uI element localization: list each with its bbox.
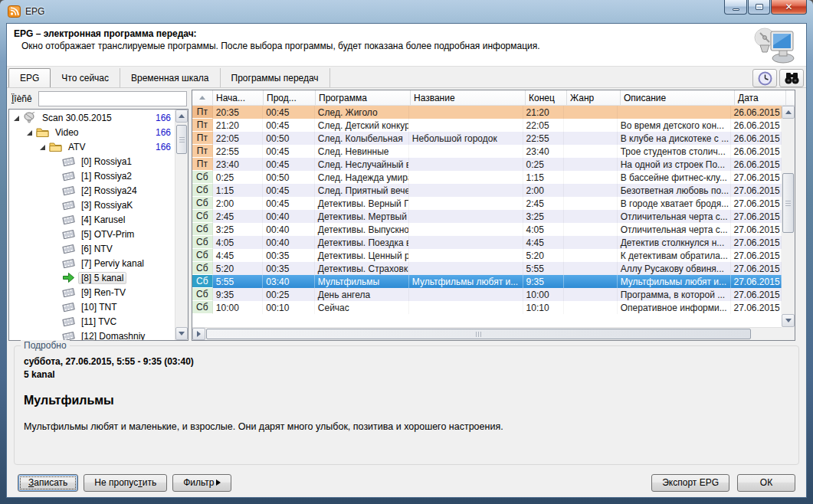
tree-item[interactable]: [7] Perviy kanal xyxy=(9,256,175,270)
table-vscroll-thumb[interactable] xyxy=(782,173,794,233)
table-row[interactable]: Пт20:3500:45След. Жиголо21:2026.06.2015 xyxy=(192,106,782,119)
tree-vertical-scrollbar[interactable] xyxy=(175,110,188,340)
tree-item[interactable]: [10] TNT xyxy=(9,299,175,314)
scroll-up-button[interactable] xyxy=(175,110,188,123)
table-row[interactable]: Сб10:0000:10Сейчас10:10Оперативное инфор… xyxy=(192,301,782,314)
cell-genre xyxy=(564,301,617,314)
cell-dur: 03:40 xyxy=(263,275,315,288)
tree-item[interactable]: ATV166 xyxy=(9,139,175,154)
close-button[interactable]: ✕ xyxy=(771,0,807,15)
tree-item[interactable]: [11] TVC xyxy=(9,314,175,329)
table-row[interactable]: Сб4:4500:35Детективы. Ценный ре...5:20К … xyxy=(192,249,782,262)
scroll-down-button[interactable] xyxy=(782,314,795,327)
column-header-4[interactable]: Название xyxy=(411,90,526,105)
table-row[interactable]: Сб4:0500:40Детективы. Поездка в ...4:45Д… xyxy=(192,236,782,249)
export-epg-button[interactable]: Экспорт EPG xyxy=(651,474,729,492)
table-row[interactable]: Сб5:2000:35Детективы. Страховка5:55Аллу … xyxy=(192,262,782,275)
column-header-6[interactable]: Жанр xyxy=(567,90,621,105)
scroll-up-button[interactable] xyxy=(782,106,795,119)
filter-button[interactable]: Фильтр xyxy=(172,474,231,492)
table-row[interactable]: Сб2:4500:40Детективы. Мертвый гл...3:25О… xyxy=(192,210,782,223)
dont-miss-button[interactable]: Не пропустить xyxy=(84,474,167,492)
table-row[interactable]: Пт23:4000:45След. Неслучайный вз...0:25Н… xyxy=(192,158,782,171)
cell-date: 26.06.2015 xyxy=(731,145,782,158)
tree-item[interactable]: [0] Rossiya1 xyxy=(9,154,175,169)
table-row[interactable]: Сб5:5503:40МультфильмыМультфильмы любят … xyxy=(192,275,782,288)
table-row[interactable]: Сб9:3500:25День ангела10:00Программа, в … xyxy=(192,288,782,301)
tree-item[interactable]: Scan 30.05.2015166 xyxy=(9,110,175,125)
minimize-button[interactable] xyxy=(724,0,747,15)
column-header-7[interactable]: Описание xyxy=(621,90,735,105)
table-row[interactable]: Пт21:2000:45След. Детский конкурс ...22:… xyxy=(192,119,782,132)
tree-item[interactable]: Video166 xyxy=(9,125,175,139)
table-row[interactable]: Сб0:2500:50След. Надежда умирает...1:15В… xyxy=(192,171,782,184)
expand-collapse-icon[interactable] xyxy=(38,143,46,151)
ok-button[interactable]: ОК xyxy=(737,474,795,492)
cell-dur: 00:50 xyxy=(263,132,315,145)
tree-item-label: Scan 30.05.2015 xyxy=(39,112,115,124)
expand-collapse-icon[interactable] xyxy=(12,114,20,122)
cell-end: 1:15 xyxy=(523,171,565,184)
title-bar[interactable]: EPG ✕ xyxy=(0,0,813,23)
search-input[interactable] xyxy=(38,91,187,106)
table-row[interactable]: Сб2:0000:45Детективы. Верный Гри...2:45В… xyxy=(192,197,782,210)
cell-genre xyxy=(564,223,617,236)
cell-end: 10:00 xyxy=(523,288,565,301)
column-header-1[interactable]: Нача... xyxy=(213,90,264,105)
table-hscroll-thumb[interactable] xyxy=(206,329,751,339)
cell-program: След. Жиголо xyxy=(315,106,409,119)
cell-name xyxy=(409,236,523,249)
cell-program: След. Детский конкурс ... xyxy=(315,119,409,132)
search-binoculars-button[interactable] xyxy=(779,69,804,87)
cell-name: Небольшой городок xyxy=(409,132,523,145)
tree-item[interactable]: [3] RossiyaK xyxy=(9,198,175,212)
cell-end: 4:05 xyxy=(523,223,565,236)
cell-dur: 00:35 xyxy=(263,262,315,275)
scroll-right-button[interactable] xyxy=(192,328,205,340)
header-panel: EPG – электронная программа передач: Окн… xyxy=(7,24,806,67)
cell-program: Детективы. Верный Гри... xyxy=(315,197,409,210)
table-header[interactable]: Нача...Прод...ПрограммаНазваниеКонецЖанр… xyxy=(192,90,795,106)
tree-item[interactable]: [8] 5 kanal xyxy=(9,270,175,285)
tree-item[interactable]: [5] OTV-Prim xyxy=(9,227,175,241)
cell-end: 23:40 xyxy=(523,145,565,158)
cell-start: 0:25 xyxy=(213,171,264,184)
tree-item[interactable]: [2] Rossiya24 xyxy=(9,183,175,198)
tab-epg[interactable]: EPG xyxy=(8,68,51,87)
table-row[interactable]: Пт22:5500:45След. Невинные23:40Трое студ… xyxy=(192,145,782,158)
cell-end: 2:45 xyxy=(523,197,565,210)
tree-item[interactable]: [9] Ren-TV xyxy=(9,285,175,299)
tree-item[interactable]: [4] Karusel xyxy=(9,212,175,227)
column-header-5[interactable]: Конец xyxy=(526,90,567,105)
tree-item[interactable]: [12] Domashniy xyxy=(9,329,175,340)
column-header-2[interactable]: Прод... xyxy=(264,90,316,105)
tree-scroll-thumb[interactable] xyxy=(176,125,187,154)
cell-date: 27.06.2015 xyxy=(731,288,782,301)
tab-временная-шкала[interactable]: Временная шкала xyxy=(120,68,221,87)
cell-desc: На одной из строек По... xyxy=(618,158,731,171)
maximize-button[interactable] xyxy=(748,0,770,15)
expand-collapse-icon[interactable] xyxy=(25,129,33,136)
table-vertical-scrollbar[interactable] xyxy=(782,106,795,327)
timeline-clock-button[interactable] xyxy=(752,69,777,87)
table-row[interactable]: Пт22:0500:50След. КолыбельнаяНебольшой г… xyxy=(192,132,782,145)
film-icon xyxy=(62,156,75,167)
tree-item[interactable]: [1] Rossiya2 xyxy=(9,169,175,183)
cell-desc: В городе хватает бродя... xyxy=(618,197,731,210)
tab-программы-передач[interactable]: Программы передач xyxy=(221,68,330,87)
tree-item-label: Video xyxy=(52,126,81,139)
table-horizontal-scrollbar[interactable] xyxy=(192,327,782,340)
scroll-down-button[interactable] xyxy=(175,327,188,340)
cell-date: 26.06.2015 xyxy=(731,132,782,145)
tree-item-label: [10] TNT xyxy=(78,301,120,313)
column-header-3[interactable]: Программа xyxy=(316,90,411,105)
tree-item-label: ATV xyxy=(65,141,88,153)
tab-что-сейчас[interactable]: Что сейчас xyxy=(51,68,120,87)
tree-item[interactable]: [6] NTV xyxy=(9,241,175,256)
record-button[interactable]: Записать xyxy=(18,474,78,492)
table-row[interactable]: Сб1:1500:45След. Приятный вечер2:00Безот… xyxy=(192,184,782,197)
column-header-8[interactable]: Дата xyxy=(735,90,786,105)
table-row[interactable]: Сб3:2500:40Детективы. Выпускной4:05Отлич… xyxy=(192,223,782,236)
column-header-sort[interactable] xyxy=(192,90,213,105)
film-icon xyxy=(62,171,75,182)
